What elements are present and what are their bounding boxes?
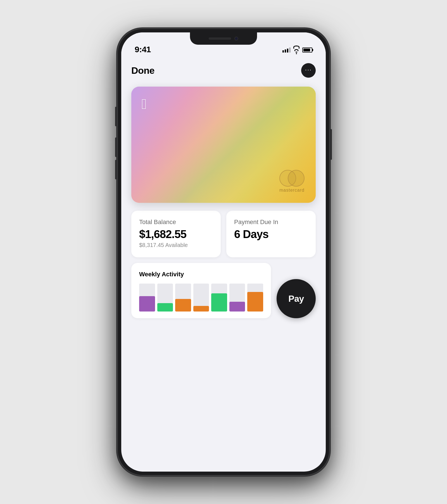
signal-icon xyxy=(282,47,291,53)
bar-group xyxy=(229,284,245,312)
bar-group xyxy=(157,284,173,312)
balance-value: $1,682.55 xyxy=(139,228,213,240)
bar-group xyxy=(211,284,227,312)
bar-group xyxy=(247,284,263,312)
done-button[interactable]: Done xyxy=(131,65,154,76)
wifi-icon xyxy=(293,46,299,54)
camera xyxy=(234,37,238,41)
bar-background xyxy=(229,284,245,312)
payment-label: Payment Due In xyxy=(234,218,308,226)
battery-fill xyxy=(303,49,310,51)
bar-background xyxy=(139,284,155,312)
payment-card: Payment Due In 6 Days xyxy=(226,211,316,257)
bar-group xyxy=(175,284,191,312)
credit-card[interactable]:  mastercard xyxy=(131,87,316,203)
bar-fill xyxy=(229,302,245,312)
bar-fill xyxy=(211,293,227,312)
balance-card: Total Balance $1,682.55 $8,317.45 Availa… xyxy=(131,211,221,257)
bar-background xyxy=(157,284,173,312)
bar-background xyxy=(175,284,191,312)
bar-fill xyxy=(247,292,263,312)
bar-group xyxy=(139,284,155,312)
status-time: 9:41 xyxy=(135,45,151,54)
bar-background xyxy=(193,284,209,312)
payment-value: 6 Days xyxy=(234,228,308,240)
bar-background xyxy=(247,284,263,312)
battery-icon xyxy=(302,47,312,53)
weekly-activity-card: Weekly Activity xyxy=(131,263,271,318)
phone-screen: 9:41 Done xyxy=(121,32,326,472)
mc-circle-right xyxy=(288,170,305,187)
content-area: Done ···  mastercard Tot xyxy=(121,58,326,472)
phone-frame: 9:41 Done xyxy=(117,28,330,476)
mastercard-circles-icon xyxy=(279,170,305,187)
mastercard-logo: mastercard xyxy=(279,170,305,193)
balance-label: Total Balance xyxy=(139,218,213,226)
pay-button[interactable]: Pay xyxy=(277,279,316,318)
status-icons xyxy=(282,46,312,54)
bar-background xyxy=(211,284,227,312)
bottom-row: Weekly Activity Pay xyxy=(131,263,316,318)
speaker xyxy=(209,37,231,40)
more-dots-icon: ··· xyxy=(305,67,312,73)
info-row: Total Balance $1,682.55 $8,317.45 Availa… xyxy=(131,211,316,257)
weekly-activity-title: Weekly Activity xyxy=(139,271,263,278)
pay-label: Pay xyxy=(288,294,304,304)
bar-fill xyxy=(175,299,191,312)
bar-fill xyxy=(157,303,173,312)
mastercard-label: mastercard xyxy=(279,188,305,193)
balance-available: $8,317.45 Available xyxy=(139,242,213,248)
weekly-bar-chart xyxy=(139,284,263,312)
header: Done ··· xyxy=(131,63,316,78)
bar-fill xyxy=(139,296,155,312)
bar-fill xyxy=(193,306,209,312)
notch xyxy=(190,32,257,45)
apple-logo-icon:  xyxy=(141,96,147,112)
more-button[interactable]: ··· xyxy=(301,63,316,78)
bar-group xyxy=(193,284,209,312)
